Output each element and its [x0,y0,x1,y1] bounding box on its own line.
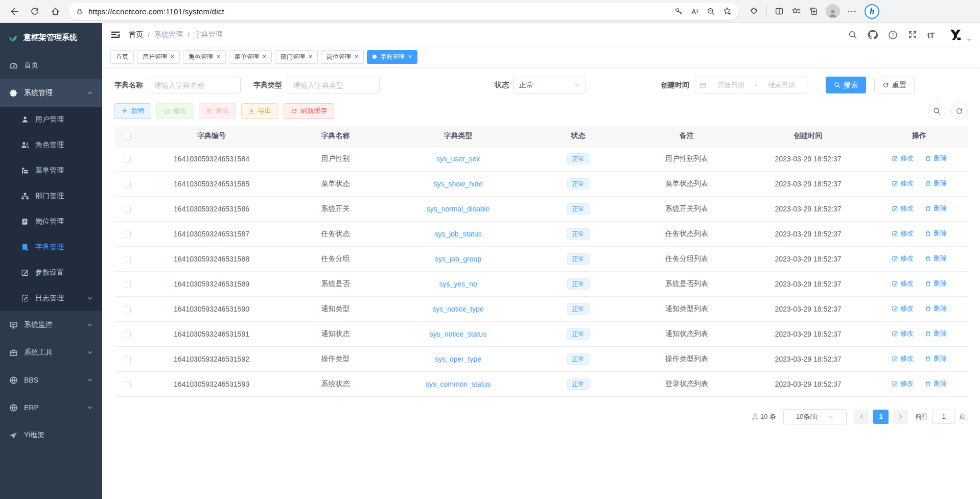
row-edit-link[interactable]: 修改 [892,254,914,263]
close-icon[interactable]: × [309,54,312,60]
search-button[interactable]: 搜索 [826,77,866,93]
sidebar-item-yi-framework[interactable]: Yi框架 [0,421,102,449]
tab-menu-mgmt[interactable]: 菜单管理× [229,50,272,64]
zoom-out-icon[interactable] [707,7,715,16]
row-delete-link[interactable]: 删除 [925,279,947,288]
row-edit-link[interactable]: 修改 [892,379,914,388]
sidebar-item-post-mgmt[interactable]: 岗位管理 [0,209,102,234]
browser-refresh-button[interactable] [26,3,44,20]
row-checkbox[interactable] [124,181,131,188]
sidebar-item-monitor[interactable]: 系统监控 [0,311,102,339]
dict-type-link[interactable]: sys_job_group [435,255,481,263]
browser-home-button[interactable] [46,3,64,20]
row-checkbox[interactable] [124,231,131,238]
refresh-cache-button[interactable]: 刷新缓存 [284,103,334,119]
dict-type-link[interactable]: sys_oper_type [435,355,481,363]
show-search-toggle-button[interactable] [928,102,945,120]
row-delete-link[interactable]: 删除 [925,354,947,363]
sidebar-item-menu-mgmt[interactable]: 菜单管理 [0,158,102,183]
row-delete-link[interactable]: 删除 [925,154,947,163]
status-select[interactable]: 正常 [514,77,586,93]
row-checkbox[interactable] [124,356,131,363]
row-edit-link[interactable]: 修改 [892,179,914,188]
date-range-picker[interactable]: 开始日期 - 结束日期 [694,77,807,93]
row-edit-link[interactable]: 修改 [892,279,914,288]
password-key-icon[interactable] [674,7,683,16]
dict-type-input[interactable] [287,77,380,93]
sidebar-item-user-mgmt[interactable]: 用户管理 [0,107,102,132]
row-checkbox[interactable] [124,306,131,313]
row-edit-link[interactable]: 修改 [892,354,914,363]
row-delete-link[interactable]: 删除 [925,229,947,238]
tab-dept-mgmt[interactable]: 部门管理× [275,50,318,64]
row-delete-link[interactable]: 删除 [925,304,947,313]
tab-post-mgmt[interactable]: 岗位管理× [321,50,364,64]
close-icon[interactable]: × [355,54,358,60]
page-number-button[interactable]: 1 [873,410,889,424]
row-delete-link[interactable]: 删除 [925,254,947,263]
extensions-icon[interactable] [749,7,759,16]
row-delete-link[interactable]: 删除 [925,204,947,213]
tab-role-mgmt[interactable]: 角色管理× [183,50,226,64]
dict-type-link[interactable]: sys_notice_type [432,305,483,313]
row-delete-link[interactable]: 删除 [925,179,947,188]
github-icon[interactable] [868,30,878,40]
collapse-sidebar-icon[interactable] [110,30,121,40]
breadcrumb-home[interactable]: 首页 [129,30,143,39]
next-page-button[interactable] [893,410,908,424]
row-checkbox[interactable] [124,331,131,338]
sidebar-item-dept-mgmt[interactable]: 部门管理 [0,183,102,209]
split-screen-icon[interactable] [775,7,784,16]
dict-type-link[interactable]: sys_notice_status [430,330,486,338]
reset-button[interactable]: 重置 [874,77,915,93]
export-button[interactable]: 导出 [241,103,278,119]
sidebar-item-role-mgmt[interactable]: 角色管理 [0,132,102,158]
user-menu[interactable] [948,27,972,42]
fullscreen-icon[interactable] [908,30,917,39]
page-size-select[interactable]: 10条/页 [783,409,847,424]
help-icon[interactable]: ? [888,30,898,40]
collections-icon[interactable] [809,7,818,16]
select-all-checkbox[interactable] [124,133,131,140]
dict-type-link[interactable]: sys_job_status [434,230,482,238]
sidebar-item-param-settings[interactable]: 参数设置 [0,260,102,286]
sidebar-item-home[interactable]: 首页 [0,52,102,79]
read-aloud-icon[interactable] [690,7,699,16]
search-icon[interactable] [848,30,857,39]
row-checkbox[interactable] [124,281,131,288]
goto-page-input[interactable] [932,410,955,424]
sidebar-item-bbs[interactable]: BBS [0,366,102,394]
dict-name-input[interactable] [148,77,241,93]
sidebar-item-tools[interactable]: 系统工具 [0,339,102,366]
row-checkbox[interactable] [124,156,131,163]
sidebar-item-dict-mgmt[interactable]: 字典管理 [0,234,102,260]
row-delete-link[interactable]: 删除 [925,329,947,338]
row-edit-link[interactable]: 修改 [892,204,914,213]
prev-page-button[interactable] [854,410,869,424]
dict-type-link[interactable]: sys_show_hide [434,180,483,188]
close-icon[interactable]: × [171,54,174,60]
row-edit-link[interactable]: 修改 [892,329,914,338]
tab-user-mgmt[interactable]: 用户管理× [137,50,180,64]
address-bar[interactable]: https://ccnetcore.com:1101/system/dict [68,3,739,20]
edit-button[interactable]: 修改 [156,103,194,119]
dict-type-link[interactable]: sys_user_sex [436,155,480,163]
row-checkbox[interactable] [124,256,131,263]
delete-button[interactable]: 删除 [199,103,236,119]
favorites-icon[interactable] [791,7,801,16]
tab-dict-mgmt[interactable]: 字典管理× [367,50,417,64]
bing-chat-icon[interactable]: b [865,4,879,19]
row-delete-link[interactable]: 删除 [925,379,947,388]
add-favorite-star-icon[interactable] [722,7,732,16]
row-edit-link[interactable]: 修改 [892,154,914,163]
tab-home[interactable]: 首页 [110,50,134,64]
dict-type-link[interactable]: sys_yes_no [439,280,477,288]
sidebar-item-system[interactable]: 系统管理 [0,79,102,107]
close-icon[interactable]: × [408,54,412,60]
row-checkbox[interactable] [124,206,131,213]
refresh-table-button[interactable] [950,102,968,120]
row-edit-link[interactable]: 修改 [892,229,914,238]
sidebar-item-log-mgmt[interactable]: 日志管理 [0,286,102,311]
row-checkbox[interactable] [124,381,131,388]
font-size-icon[interactable]: tT [927,31,935,39]
